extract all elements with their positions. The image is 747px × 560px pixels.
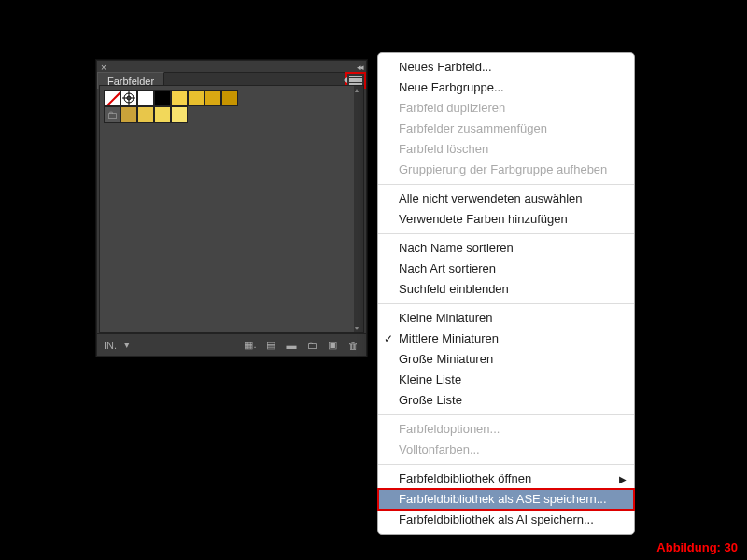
figure-caption: Abbildung: 30: [656, 540, 738, 554]
menu-item[interactable]: Große Liste: [378, 390, 634, 411]
menu-separator: [378, 184, 634, 185]
collapse-icon[interactable]: ◂◂: [357, 63, 362, 72]
swatch-options-icon[interactable]: ▤: [263, 339, 278, 352]
swatch-registration[interactable]: [120, 90, 137, 106]
show-kinds-icon[interactable]: ▦.: [243, 339, 258, 352]
menu-item[interactable]: Kleine Miniaturen: [378, 308, 634, 329]
check-icon: ✓: [384, 330, 393, 347]
swatch[interactable]: [154, 90, 171, 106]
swatch[interactable]: [221, 90, 238, 106]
menu-item[interactable]: Nach Art sortieren: [378, 259, 634, 279]
swatches-panel: × ◂◂ Farbfelder 🗀 IN. ▾ ▦. ▤ ▬ 🗀 ▣ 🗑: [96, 60, 367, 357]
menu-item: Farbfelder zusammenfügen: [378, 119, 634, 139]
menu-item[interactable]: Nach Name sortieren: [378, 238, 634, 259]
menu-item[interactable]: Farbfeldbibliothek öffnen▶: [378, 469, 634, 489]
menu-item: Farbfeldoptionen...: [378, 419, 634, 440]
delete-icon[interactable]: 🗑: [345, 339, 360, 352]
menu-item: Farbfeld duplizieren: [378, 98, 634, 119]
swatch[interactable]: [120, 106, 137, 123]
swatch[interactable]: [204, 90, 221, 106]
swatch[interactable]: [171, 90, 188, 106]
swatch-folder[interactable]: 🗀: [104, 106, 120, 123]
menu-item[interactable]: Alle nicht verwendeten auswählen: [378, 189, 634, 209]
scrollbar[interactable]: [354, 86, 363, 332]
swatch[interactable]: [137, 106, 154, 123]
menu-separator: [378, 303, 634, 304]
menu-item[interactable]: Verwendete Farben hinzufügen: [378, 209, 634, 230]
submenu-arrow-icon: ▶: [619, 471, 627, 488]
menu-item[interactable]: Große Miniaturen: [378, 349, 634, 370]
menu-separator: [378, 464, 634, 465]
menu-item[interactable]: Farbfeldbibliothek als AI speichern...: [378, 510, 634, 530]
menu-separator: [378, 414, 634, 415]
swatch[interactable]: [137, 90, 154, 106]
swatch[interactable]: [188, 90, 204, 106]
new-folder-icon[interactable]: 🗀: [304, 339, 319, 352]
panel-body: 🗀: [99, 85, 364, 333]
menu-separator: [378, 233, 634, 234]
menu-item: Volltonfarben...: [378, 440, 634, 460]
panel-flyout-menu: Neues Farbfeld...Neue Farbgruppe...Farbf…: [377, 52, 635, 535]
panel-footer: IN. ▾ ▦. ▤ ▬ 🗀 ▣ 🗑: [97, 333, 366, 356]
library-menu-icon[interactable]: IN.: [103, 339, 118, 352]
swatch[interactable]: [154, 106, 171, 123]
panel-menu-icon[interactable]: [349, 76, 362, 85]
dropdown-icon[interactable]: ▾: [120, 339, 134, 352]
menu-item[interactable]: Kleine Liste: [378, 370, 634, 390]
menu-item[interactable]: Farbfeldbibliothek als ASE speichern...: [378, 489, 634, 510]
swatch-none[interactable]: [104, 90, 120, 106]
swatch-grid: 🗀: [100, 86, 354, 127]
new-group-icon[interactable]: ▬: [284, 339, 299, 352]
menu-item: Gruppierung der Farbgruppe aufheben: [378, 160, 634, 180]
menu-item: Farbfeld löschen: [378, 139, 634, 160]
menu-item[interactable]: Neue Farbgruppe...: [378, 77, 634, 98]
menu-item[interactable]: Suchfeld einblenden: [378, 279, 634, 300]
menu-item[interactable]: Mittlere Miniaturen✓: [378, 329, 634, 349]
menu-item[interactable]: Neues Farbfeld...: [378, 57, 634, 77]
swatch[interactable]: [171, 106, 188, 123]
new-swatch-icon[interactable]: ▣: [325, 339, 340, 352]
close-icon[interactable]: ×: [101, 63, 106, 73]
